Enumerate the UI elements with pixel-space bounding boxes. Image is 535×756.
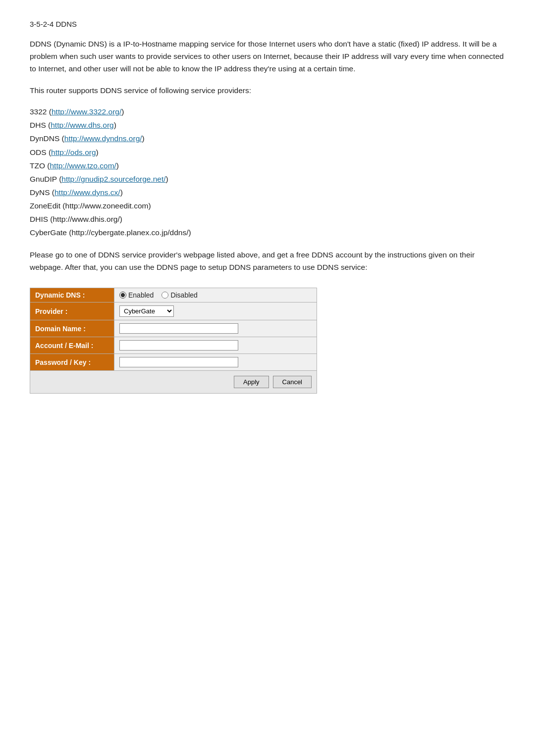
- link-tzo[interactable]: http://www.tzo.com/: [50, 161, 116, 170]
- list-item: DHIS (http://www.dhis.org/): [30, 212, 505, 226]
- password-label: Password / Key :: [30, 354, 114, 371]
- provider-value: CyberGate 3322 DHS DynDNS ODS TZO GnuDIP…: [114, 302, 317, 320]
- ddns-form-container: Dynamic DNS : Enabled Disabled Provider …: [30, 288, 505, 394]
- link-ods[interactable]: http://ods.org: [51, 148, 96, 156]
- dynamic-dns-label: Dynamic DNS :: [30, 288, 114, 302]
- instructions-text: Please go to one of DDNS service provide…: [30, 249, 505, 274]
- list-item: ODS (http://ods.org): [30, 146, 505, 159]
- dynamic-dns-radio-group: Enabled Disabled: [119, 291, 312, 299]
- link-dyns[interactable]: http://www.dyns.cx/: [54, 188, 120, 197]
- list-item: DHS (http://www.dhs.org): [30, 118, 505, 132]
- disabled-label: Disabled: [170, 291, 197, 299]
- link-dhs[interactable]: http://www.dhs.org: [51, 121, 114, 129]
- apply-button[interactable]: Apply: [234, 376, 269, 388]
- link-3322[interactable]: http://www.3322.org/: [52, 107, 121, 116]
- list-item: ZoneEdit (http://www.zoneedit.com): [30, 199, 505, 212]
- domain-name-input[interactable]: [119, 323, 238, 334]
- list-item: TZO (http://www.tzo.com/): [30, 159, 505, 172]
- providers-intro: This router supports DDNS service of fol…: [30, 85, 505, 97]
- section-title: 3-5-2-4 DDNS: [30, 20, 505, 28]
- provider-row: Provider : CyberGate 3322 DHS DynDNS ODS…: [30, 302, 317, 320]
- enabled-label: Enabled: [128, 291, 154, 299]
- password-value: [114, 354, 317, 371]
- description-text: DDNS (Dynamic DNS) is a IP-to-Hostname m…: [30, 38, 505, 75]
- list-item: 3322 (http://www.3322.org/): [30, 105, 505, 118]
- link-gnudip[interactable]: http://gnudip2.sourceforge.net/: [61, 175, 165, 183]
- providers-list: 3322 (http://www.3322.org/) DHS (http://…: [30, 105, 505, 239]
- account-row: Account / E-Mail :: [30, 337, 317, 354]
- enabled-radio-label[interactable]: Enabled: [119, 291, 154, 299]
- list-item: GnuDIP (http://gnudip2.sourceforge.net/): [30, 172, 505, 186]
- account-label: Account / E-Mail :: [30, 337, 114, 354]
- disabled-radio-label[interactable]: Disabled: [161, 291, 197, 299]
- provider-label: Provider :: [30, 302, 114, 320]
- account-value: [114, 337, 317, 354]
- ddns-form-table: Dynamic DNS : Enabled Disabled Provider …: [30, 288, 317, 371]
- provider-select[interactable]: CyberGate 3322 DHS DynDNS ODS TZO GnuDIP…: [119, 305, 174, 317]
- domain-name-label: Domain Name :: [30, 320, 114, 337]
- button-row: Apply Cancel: [30, 371, 317, 394]
- list-item: DynDNS (http://www.dyndns.org/): [30, 132, 505, 145]
- password-row: Password / Key :: [30, 354, 317, 371]
- dynamic-dns-row: Dynamic DNS : Enabled Disabled: [30, 288, 317, 302]
- list-item: DyNS (http://www.dyns.cx/): [30, 186, 505, 199]
- account-input[interactable]: [119, 340, 238, 351]
- domain-name-row: Domain Name :: [30, 320, 317, 337]
- disabled-radio[interactable]: [161, 292, 168, 299]
- list-item: CyberGate (http://cybergate.planex.co.jp…: [30, 226, 505, 239]
- link-dyndns[interactable]: http://www.dyndns.org/: [64, 134, 142, 143]
- cancel-button[interactable]: Cancel: [273, 376, 312, 388]
- domain-name-value: [114, 320, 317, 337]
- password-input[interactable]: [119, 357, 238, 367]
- dynamic-dns-value: Enabled Disabled: [114, 288, 317, 302]
- enabled-radio[interactable]: [119, 292, 126, 299]
